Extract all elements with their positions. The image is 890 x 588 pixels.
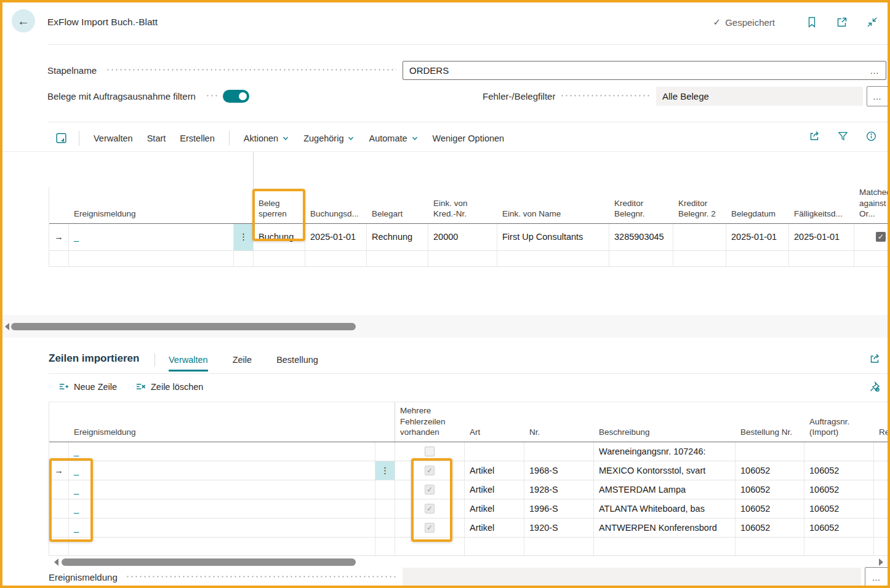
row-menu-button[interactable]: ⋮ [375,461,395,480]
matched-checkbox[interactable]: ✓ [876,232,886,242]
cell-nr[interactable]: 1920-S [524,518,594,537]
col-ereignismeldung[interactable]: Ereignismeldung [69,209,234,223]
share-icon[interactable] [808,129,821,143]
cell-beschreibung[interactable]: ATLANTA Whiteboard, bas [594,499,736,518]
col-nr[interactable]: Nr. [524,427,594,442]
toolbar-automate-menu[interactable]: Automate [369,133,418,143]
cell-eink-von-kred-nr[interactable]: 20000 [428,224,497,250]
info-icon[interactable] [864,129,878,143]
col-rest[interactable]: Rest... [874,427,890,442]
mehrere-checkbox: ✓ [425,485,435,495]
col-mehrere-fehlerzeilen[interactable]: Mehrere Fehlerzeilen vorhanden [395,405,465,442]
toolbar-separator [79,131,79,146]
doc-filter-assist-button[interactable]: … [867,86,888,106]
col-bestellung-nr[interactable]: Bestellung Nr. [736,427,804,442]
tab-zeile[interactable]: Zeile [233,355,252,371]
col-ereignismeldung[interactable]: Ereignismeldung [69,427,375,442]
col-beleg-sperren[interactable]: Beleg sperren [254,198,305,223]
cell-beschreibung[interactable]: AMSTERDAM Lampa [594,480,736,499]
toolbar-aktionen-menu[interactable]: Aktionen [244,133,289,143]
cell-art[interactable]: Artikel [465,499,524,518]
cell-beschreibung[interactable]: ANTWERPEN Konferensbord [594,518,736,537]
cell-auftragsnr[interactable]: 106052 [804,518,874,537]
cell-art[interactable]: Artikel [465,518,524,537]
lines-share-icon[interactable] [868,352,881,365]
footer-ereignismeldung-field[interactable] [403,568,861,587]
cell-bestellung-nr[interactable]: 106052 [736,461,804,480]
tab-bestellung[interactable]: Bestellung [276,355,318,371]
ereignismeldung-link[interactable]: _ [74,504,79,514]
col-buchungsdatum[interactable]: Buchungsd... [305,209,367,223]
horizontal-scrollbar[interactable] [11,323,356,330]
save-status: ✓ Gespeichert [713,17,775,28]
switch-layout-icon[interactable] [54,132,68,145]
delete-line-button[interactable]: Zeile löschen [135,381,203,392]
col-beschreibung[interactable]: Beschreibung [594,427,736,442]
cell-bestellung-nr[interactable]: 106052 [736,499,804,518]
ereignismeldung-link[interactable]: _ [74,447,79,456]
cell-eink-von-name[interactable]: First Up Consultants [497,224,609,250]
collapse-icon[interactable] [865,15,879,29]
scroll-right-arrow[interactable] [879,558,883,566]
unpin-icon[interactable] [868,380,881,394]
cell-art[interactable]: Artikel [465,461,524,480]
new-line-button[interactable]: Neue Zeile [58,381,117,392]
scroll-left-arrow[interactable] [54,558,58,566]
col-kreditor-belegnr-2[interactable]: Kreditor Belegnr. 2 [673,198,726,223]
ereignismeldung-link[interactable]: _ [74,232,79,242]
col-art[interactable]: Art [465,427,524,442]
doc-filter-field[interactable]: Alle Belege [656,87,863,106]
horizontal-scrollbar[interactable] [62,558,356,566]
col-auftragsnr-import[interactable]: Auftragsnr. (Import) [804,416,874,442]
ereignismeldung-link[interactable]: _ [74,466,79,475]
cell-kreditor-belegnr[interactable]: 3285903045 [609,224,673,250]
cell-beschreibung[interactable]: MEXICO Kontorsstol, svart [594,461,736,480]
journal-empty-row [49,251,890,267]
order-exception-toggle[interactable] [223,90,249,103]
toolbar-divider [2,151,888,152]
toolbar-start[interactable]: Start [147,133,166,143]
cell-beleg-sperren[interactable]: Buchung [254,224,305,250]
col-eink-von-name[interactable]: Eink. von Name [497,209,609,223]
cell-bestellung-nr[interactable]: 106052 [736,518,804,537]
row-menu-button[interactable]: ⋮ [234,224,254,250]
col-eink-von-kred-nr[interactable]: Eink. von Kred.-Nr. [428,198,497,223]
cell-nr[interactable]: 1996-S [524,499,594,518]
batch-assist-edit-button[interactable]: … [870,65,880,76]
cell-art[interactable]: Artikel [465,480,524,499]
toolbar-verwalten[interactable]: Verwalten [94,133,133,143]
col-faelligkeitsdatum[interactable]: Fälligkeitsd... [789,209,854,223]
footer-assist-button[interactable]: … [865,567,888,587]
cell-belegdatum[interactable]: 2025-01-01 [726,224,789,250]
cell-auftragsnr[interactable]: 106052 [804,461,874,480]
filter-icon[interactable] [836,129,849,143]
toolbar-zugehoerig-menu[interactable]: Zugehörig [303,133,355,143]
ereignismeldung-link[interactable]: _ [74,523,79,533]
lines-divider [49,373,888,374]
ereignismeldung-link[interactable]: _ [74,485,79,495]
back-button[interactable]: ← [12,9,35,33]
cell-beschreibung[interactable]: Wareneingangsnr. 107246: [594,442,736,461]
col-matched-against[interactable]: Matched against Or... [854,187,890,223]
header-actions: ✓ Gespeichert [713,15,879,29]
open-in-new-window-icon[interactable] [835,15,849,29]
scroll-left-arrow[interactable] [5,323,9,330]
cell-auftragsnr[interactable]: 106052 [804,480,874,499]
toolbar-weniger-optionen[interactable]: Weniger Optionen [433,133,505,143]
cell-belegart[interactable]: Rechnung [367,224,428,250]
batch-name-field[interactable]: ORDERS … [403,61,886,80]
tab-verwalten[interactable]: Verwalten [169,355,208,371]
cell-nr[interactable]: 1928-S [524,480,594,499]
cell-bestellung-nr[interactable]: 106052 [736,480,804,499]
col-belegdatum[interactable]: Belegdatum [726,209,789,223]
cell-faelligkeitsdatum[interactable]: 2025-01-01 [789,224,854,250]
bookmark-icon[interactable] [805,15,819,29]
cell-auftragsnr[interactable]: 106052 [804,499,874,518]
col-kreditor-belegnr[interactable]: Kreditor Belegnr. [609,198,673,223]
cell-buchungsdatum[interactable]: 2025-01-01 [305,224,367,250]
section-divider [49,122,888,122]
col-belegart[interactable]: Belegart [367,209,428,223]
toolbar-erstellen[interactable]: Erstellen [180,133,214,143]
lines-table-header: Ereignismeldung Mehrere Fehlerzeilen vor… [49,402,890,442]
cell-nr[interactable]: 1968-S [524,461,594,480]
